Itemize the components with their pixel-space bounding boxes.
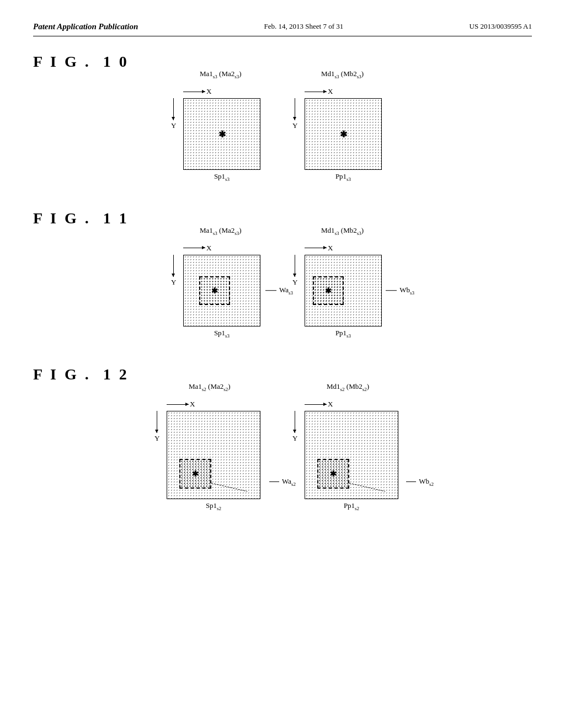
fig10-left-label: Ma1s3 (Ma2s3) — [200, 69, 242, 79]
fig12-left-box: ✱ Was2 — [167, 411, 260, 499]
fig11-left-inner-box: ✱ — [199, 276, 230, 305]
y-arrow-line — [173, 98, 174, 120]
wa-dash — [265, 290, 276, 291]
x-arrow-line — [305, 404, 327, 405]
fig12-right-inner-mark: ✱ — [330, 469, 337, 479]
fig12-right-x-arrow: X — [305, 400, 333, 409]
fig10-right-unit: Md1s3 (Mb2s3) X Y ✱ Pp1s3 — [305, 82, 382, 182]
wa-dash — [269, 481, 279, 482]
fig12-right-wb-label: Wbs2 — [406, 477, 434, 487]
y-arrow-line — [295, 411, 295, 433]
fig12-left-label: Ma1s2 (Ma2s2) — [189, 382, 231, 392]
fig10-left-center-mark: ✱ — [218, 129, 226, 140]
fig11-left-inner-mark: ✱ — [211, 286, 218, 295]
fig10-left-x-arrow: X — [183, 87, 211, 96]
fig10-left-y-arrow: Y — [171, 98, 176, 130]
fig11-right-wrapper: X Y ✱ Wbs3 — [305, 255, 382, 339]
fig11-left-x-arrow: X — [183, 244, 211, 253]
y-arrow-line — [295, 255, 295, 277]
x-label: X — [328, 244, 333, 253]
fig10-diagram-row: Ma1s3 (Ma2s3) X Y ✱ — [33, 82, 532, 182]
fig11-right-label: Md1s3 (Mb2s3) — [321, 226, 364, 236]
fig11-left-wrapper: X Y ✱ Was3 — [183, 255, 260, 339]
fig11-right-wb-label: Wbs3 — [386, 286, 414, 296]
x-label: X — [206, 244, 211, 253]
fig12-right-box: ✱ Wbs2 — [305, 411, 398, 499]
fig10-right-box: ✱ — [305, 98, 382, 170]
fig11-title: F I G . 1 1 — [33, 210, 532, 227]
fig11-left-label: Ma1s3 (Ma2s3) — [200, 226, 242, 236]
fig11-right-box: ✱ Wbs3 — [305, 255, 382, 326]
y-arrow-line — [173, 255, 174, 277]
x-arrow-line — [305, 92, 327, 92]
y-arrow-line — [295, 98, 295, 120]
x-arrow-line — [167, 404, 189, 405]
fig12-left-wrapper: X Y ✱ — [167, 411, 260, 511]
fig12-right-inner-box: ✱ — [317, 459, 349, 489]
header-date-sheet: Feb. 14, 2013 Sheet 7 of 31 — [264, 22, 344, 31]
fig10-left-unit: Ma1s3 (Ma2s3) X Y ✱ — [183, 82, 260, 182]
x-arrow-line — [183, 248, 205, 248]
y-arrow-line — [157, 411, 157, 433]
fig10-right-center-mark: ✱ — [340, 129, 347, 140]
x-arrow-line — [183, 92, 205, 92]
header-publication-label: Patent Application Publication — [33, 22, 138, 31]
fig10-left-wrapper: X Y ✱ Sp1s3 — [183, 98, 260, 182]
fig12-title: F I G . 1 2 — [33, 366, 532, 383]
page: Patent Application Publication Feb. 14, … — [0, 0, 565, 728]
fig11-right-inner-box: ✱ — [313, 276, 344, 305]
y-label: Y — [292, 434, 297, 443]
fig12-right-unit: Md1s2 (Mb2s2) X Y ✱ — [305, 394, 398, 511]
fig10-right-wrapper: X Y ✱ Pp1s3 — [305, 98, 382, 182]
y-label: Y — [154, 434, 159, 443]
figure-10: F I G . 1 0 Ma1s3 (Ma2s3) X Y — [33, 53, 532, 182]
y-label: Y — [171, 278, 176, 287]
y-label: Y — [171, 121, 176, 130]
page-header: Patent Application Publication Feb. 14, … — [33, 22, 532, 36]
x-arrow-line — [305, 248, 327, 248]
fig10-right-label: Md1s3 (Mb2s3) — [321, 69, 364, 79]
wb-dash — [386, 290, 397, 291]
fig11-left-wa-label: Was3 — [265, 286, 293, 296]
fig10-right-x-arrow: X — [305, 87, 333, 96]
fig11-left-unit: Ma1s3 (Ma2s3) X Y ✱ — [183, 238, 260, 339]
fig12-right-y-arrow: Y — [292, 411, 297, 443]
fig12-left-inner-box: ✱ — [179, 459, 211, 489]
fig11-right-bottom-label: Pp1s3 — [305, 329, 382, 339]
fig11-right-unit: Md1s3 (Mb2s3) X Y ✱ — [305, 238, 382, 339]
fig11-right-inner-mark: ✱ — [325, 286, 332, 295]
x-label: X — [190, 400, 195, 409]
wb-dash — [406, 481, 416, 482]
fig11-left-bottom-label: Sp1s3 — [183, 329, 260, 339]
y-label: Y — [292, 278, 297, 287]
fig12-diagram-row: Ma1s2 (Ma2s2) X Y ✱ — [33, 394, 532, 511]
fig12-right-bottom-label: Pp1s2 — [305, 501, 398, 511]
x-label: X — [328, 87, 333, 96]
svg-line-1 — [349, 483, 385, 491]
fig11-left-y-arrow: Y — [171, 255, 176, 287]
fig10-left-bottom-label: Sp1s3 — [183, 172, 260, 182]
figure-11: F I G . 1 1 Ma1s3 (Ma2s3) X Y — [33, 210, 532, 339]
x-label: X — [206, 87, 211, 96]
fig10-left-box: ✱ — [183, 98, 260, 170]
fig11-right-y-arrow: Y — [292, 255, 297, 287]
fig11-diagram-row: Ma1s3 (Ma2s3) X Y ✱ — [33, 238, 532, 339]
fig12-right-wrapper: X Y ✱ Wb — [305, 411, 398, 511]
fig12-left-inner-mark: ✱ — [192, 469, 199, 479]
y-label: Y — [292, 121, 297, 130]
x-label: X — [328, 400, 333, 409]
fig12-left-y-arrow: Y — [154, 411, 159, 443]
fig10-right-bottom-label: Pp1s3 — [305, 172, 382, 182]
svg-line-0 — [211, 483, 247, 491]
header-patent-number: US 2013/0039595 A1 — [470, 22, 532, 31]
fig10-title: F I G . 1 0 — [33, 53, 532, 71]
fig11-right-x-arrow: X — [305, 244, 333, 253]
fig11-left-box: ✱ Was3 — [183, 255, 260, 326]
fig10-right-y-arrow: Y — [292, 98, 297, 130]
fig12-left-unit: Ma1s2 (Ma2s2) X Y ✱ — [167, 394, 260, 511]
fig12-left-x-arrow: X — [167, 400, 195, 409]
figure-12: F I G . 1 2 Ma1s2 (Ma2s2) X Y — [33, 366, 532, 511]
fig12-left-bottom-label: Sp1s2 — [167, 501, 260, 511]
fig12-left-wa-label: Was2 — [269, 477, 296, 487]
fig12-right-label: Md1s2 (Mb2s2) — [327, 382, 369, 392]
